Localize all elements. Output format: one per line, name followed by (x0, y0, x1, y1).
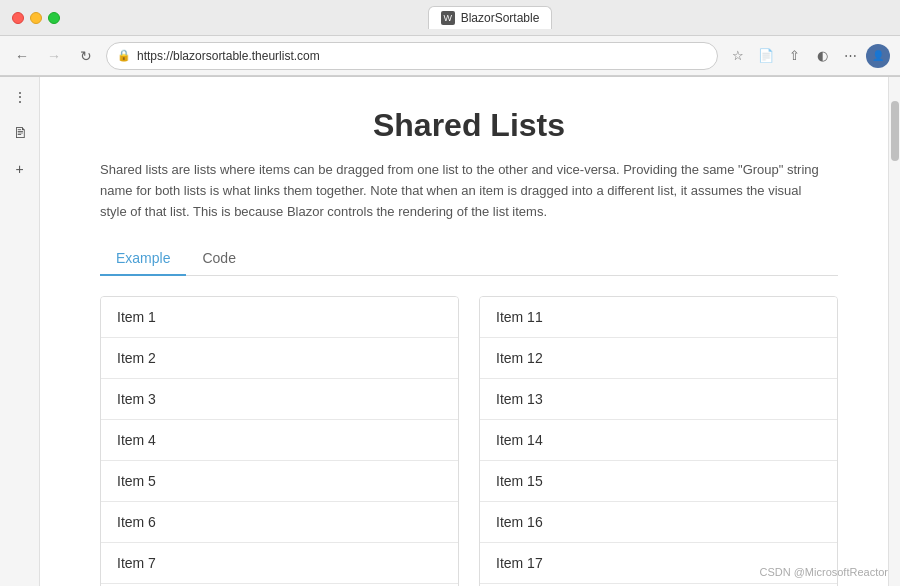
sidebar-icon-3[interactable]: + (8, 157, 32, 181)
list-item[interactable]: Item 1 (101, 297, 458, 338)
lists-container: Item 1 Item 2 Item 3 Item 4 Item 5 Item … (100, 296, 838, 586)
minimize-button[interactable] (30, 12, 42, 24)
tab-bar: W BlazorSortable (92, 6, 888, 29)
list-item[interactable]: Item 6 (101, 502, 458, 543)
list-item[interactable]: Item 17 (480, 543, 837, 584)
browser-toolbar: ← → ↻ 🔒 https://blazorsortable.theurlist… (0, 36, 900, 76)
main-content: Shared Lists Shared lists are lists wher… (40, 77, 888, 586)
sidebar-icon-2[interactable]: 🖹 (8, 121, 32, 145)
list-item[interactable]: Item 16 (480, 502, 837, 543)
scrollbar-thumb[interactable] (891, 101, 899, 161)
list-item[interactable]: Item 3 (101, 379, 458, 420)
list-item[interactable]: Item 4 (101, 420, 458, 461)
tab-favicon: W (441, 11, 455, 25)
close-button[interactable] (12, 12, 24, 24)
sortable-list-2: Item 11 Item 12 Item 13 Item 14 Item 15 … (479, 296, 838, 586)
list-item[interactable]: Item 12 (480, 338, 837, 379)
tabs-bar: Example Code (100, 242, 838, 276)
forward-button[interactable]: → (42, 44, 66, 68)
menu-button[interactable]: ⋯ (838, 44, 862, 68)
list-item[interactable]: Item 11 (480, 297, 837, 338)
list-item[interactable]: Item 14 (480, 420, 837, 461)
toolbar-actions: ☆ 📄 ⇧ ◐ ⋯ 👤 (726, 44, 890, 68)
tab-example[interactable]: Example (100, 242, 186, 276)
list-item[interactable]: Item 7 (101, 543, 458, 584)
scrollbar[interactable] (888, 77, 900, 586)
back-button[interactable]: ← (10, 44, 34, 68)
reader-button[interactable]: 📄 (754, 44, 778, 68)
left-sidebar: ⋮ 🖹 + (0, 77, 40, 586)
traffic-lights (12, 12, 60, 24)
address-bar[interactable]: 🔒 https://blazorsortable.theurlist.com (106, 42, 718, 70)
url-text: https://blazorsortable.theurlist.com (137, 49, 320, 63)
list-item[interactable]: Item 15 (480, 461, 837, 502)
extensions-button[interactable]: ◐ (810, 44, 834, 68)
tab-title: BlazorSortable (461, 11, 540, 25)
share-button[interactable]: ⇧ (782, 44, 806, 68)
sortable-list-1: Item 1 Item 2 Item 3 Item 4 Item 5 Item … (100, 296, 459, 586)
profile-button[interactable]: 👤 (866, 44, 890, 68)
lock-icon: 🔒 (117, 49, 131, 62)
list-item[interactable]: Item 5 (101, 461, 458, 502)
sidebar-icon-1[interactable]: ⋮ (8, 85, 32, 109)
reload-button[interactable]: ↻ (74, 44, 98, 68)
browser-tab[interactable]: W BlazorSortable (428, 6, 553, 29)
fullscreen-button[interactable] (48, 12, 60, 24)
bookmark-button[interactable]: ☆ (726, 44, 750, 68)
page-title: Shared Lists (100, 107, 838, 144)
list-item[interactable]: Item 2 (101, 338, 458, 379)
tab-code[interactable]: Code (186, 242, 251, 276)
list-item[interactable]: Item 13 (480, 379, 837, 420)
page-description: Shared lists are lists where items can b… (100, 160, 820, 222)
